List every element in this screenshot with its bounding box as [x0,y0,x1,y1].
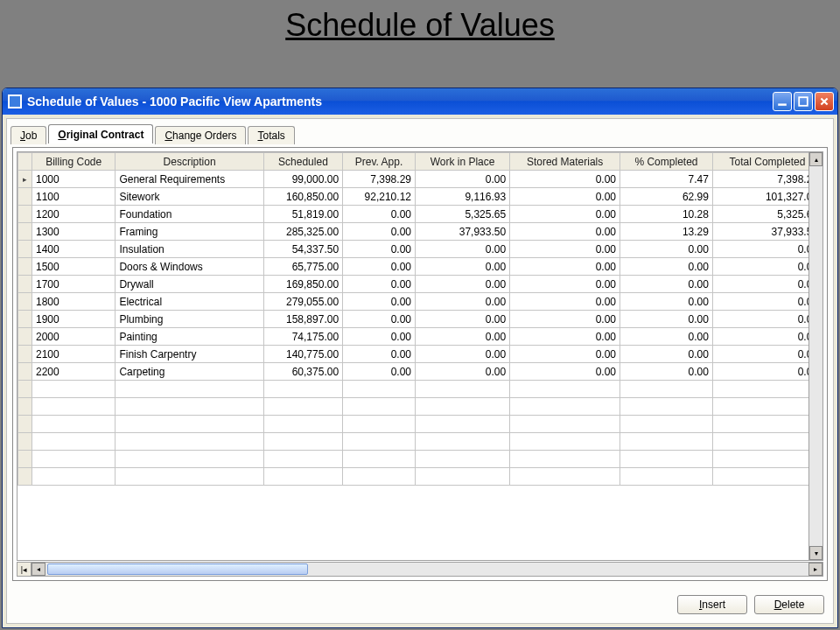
column-header[interactable]: Stored Materials [510,153,620,171]
cell-prev[interactable]: 0.00 [343,206,416,223]
cell-scheduled[interactable]: 285,325.00 [263,223,342,241]
table-row[interactable]: 1700Drywall169,850.000.000.000.000.000.0… [18,276,822,293]
cell-prev[interactable]: 92,210.12 [343,188,416,206]
tab-totals[interactable]: Totals [248,126,294,144]
cell-pct[interactable]: 0.00 [620,276,713,293]
insert-button[interactable]: Insert [677,595,747,614]
titlebar[interactable]: Schedule of Values - 1000 Pacific View A… [3,88,837,115]
cell-wip[interactable]: 0.00 [415,276,509,293]
cell-code[interactable]: 1700 [32,276,116,293]
table-row[interactable]: 1800Electrical279,055.000.000.000.000.00… [18,293,822,311]
cell-total[interactable]: 37,933.50 [712,223,822,241]
cell-code[interactable]: 2100 [32,346,116,363]
cell-stored[interactable]: 0.00 [510,206,620,223]
cell-wip[interactable]: 0.00 [415,328,509,346]
cell-desc[interactable]: Doors & Windows [116,258,263,276]
table-row-empty[interactable] [18,433,822,451]
cell-desc[interactable]: General Requirements [116,171,263,188]
cell-scheduled[interactable]: 51,819.00 [263,206,342,223]
cell-prev[interactable]: 0.00 [343,363,416,381]
cell-wip[interactable]: 0.00 [415,346,509,363]
cell-pct[interactable]: 7.47 [620,171,713,188]
cell-prev[interactable]: 0.00 [343,311,416,328]
cell-prev[interactable]: 7,398.29 [343,171,416,188]
record-first-button[interactable]: |◂ [17,562,31,577]
table-row[interactable]: 1900Plumbing158,897.000.000.000.000.000.… [18,311,822,328]
cell-pct[interactable]: 0.00 [620,311,713,328]
cell-scheduled[interactable]: 99,000.00 [263,171,342,188]
cell-total[interactable]: 0.00 [712,258,822,276]
cell-stored[interactable]: 0.00 [510,363,620,381]
vertical-scrollbar[interactable]: ▴ ▾ [808,151,823,561]
cell-desc[interactable]: Plumbing [116,311,263,328]
cell-total[interactable]: 0.00 [712,311,822,328]
cell-wip[interactable]: 0.00 [415,363,509,381]
cell-code[interactable]: 1200 [32,206,116,223]
cell-total[interactable]: 0.00 [712,363,822,381]
cell-total[interactable]: 0.00 [712,241,822,258]
cell-desc[interactable]: Finish Carpentry [116,346,263,363]
minimize-button[interactable] [773,92,792,111]
cell-code[interactable]: 1500 [32,258,116,276]
scroll-left-button[interactable]: ◂ [32,563,46,576]
cell-code[interactable]: 1800 [32,293,116,311]
cell-pct[interactable]: 0.00 [620,363,713,381]
table-row[interactable]: 2200Carpeting60,375.000.000.000.000.000.… [18,363,822,381]
cell-prev[interactable]: 0.00 [343,293,416,311]
table-row[interactable]: 1500Doors & Windows65,775.000.000.000.00… [18,258,822,276]
cell-scheduled[interactable]: 74,175.00 [263,328,342,346]
maximize-button[interactable] [794,92,813,111]
tab-job[interactable]: Job [10,126,46,144]
cell-desc[interactable]: Carpeting [116,363,263,381]
cell-stored[interactable]: 0.00 [510,241,620,258]
cell-pct[interactable]: 10.28 [620,206,713,223]
cell-scheduled[interactable]: 158,897.00 [263,311,342,328]
cell-wip[interactable]: 0.00 [415,171,509,188]
table-row[interactable]: 2000Painting74,175.000.000.000.000.000.0… [18,328,822,346]
cell-stored[interactable]: 0.00 [510,276,620,293]
cell-code[interactable]: 2200 [32,363,116,381]
cell-pct[interactable]: 0.00 [620,346,713,363]
column-header[interactable]: Billing Code [32,153,116,171]
scroll-up-button[interactable]: ▴ [809,152,822,166]
cell-stored[interactable]: 0.00 [510,171,620,188]
column-header[interactable]: Prev. App. [343,153,416,171]
cell-total[interactable]: 0.00 [712,328,822,346]
table-row[interactable]: 1200Foundation51,819.000.005,325.650.001… [18,206,822,223]
cell-prev[interactable]: 0.00 [343,258,416,276]
table-row[interactable]: 1100Sitework160,850.0092,210.129,116.930… [18,188,822,206]
cell-code[interactable]: 1400 [32,241,116,258]
close-button[interactable] [815,92,834,111]
cell-prev[interactable]: 0.00 [343,241,416,258]
tab-change-orders[interactable]: Change Orders [155,126,246,144]
column-header[interactable]: % Completed [620,153,713,171]
cell-desc[interactable]: Drywall [116,276,263,293]
cell-scheduled[interactable]: 60,375.00 [263,363,342,381]
scroll-thumb[interactable] [47,564,308,575]
cell-total[interactable]: 0.00 [712,276,822,293]
cell-pct[interactable]: 0.00 [620,328,713,346]
cell-prev[interactable]: 0.00 [343,346,416,363]
cell-scheduled[interactable]: 279,055.00 [263,293,342,311]
cell-stored[interactable]: 0.00 [510,311,620,328]
cell-desc[interactable]: Framing [116,223,263,241]
table-row-empty[interactable] [18,398,822,416]
cell-code[interactable]: 1100 [32,188,116,206]
cell-stored[interactable]: 0.00 [510,346,620,363]
tab-original-contract[interactable]: Original Contract [48,124,153,144]
scroll-right-button[interactable]: ▸ [808,563,822,576]
table-row[interactable]: 1400Insulation54,337.500.000.000.000.000… [18,241,822,258]
cell-code[interactable]: 1000 [32,171,116,188]
table-row[interactable]: ▸1000General Requirements99,000.007,398.… [18,171,822,188]
table-row-empty[interactable] [18,381,822,398]
table-row[interactable]: 1300Framing285,325.000.0037,933.500.0013… [18,223,822,241]
cell-desc[interactable]: Electrical [116,293,263,311]
cell-code[interactable]: 1300 [32,223,116,241]
horizontal-scrollbar[interactable]: ◂ ▸ [31,562,823,577]
cell-pct[interactable]: 0.00 [620,258,713,276]
cell-stored[interactable]: 0.00 [510,188,620,206]
cell-wip[interactable]: 0.00 [415,258,509,276]
cell-scheduled[interactable]: 160,850.00 [263,188,342,206]
cell-code[interactable]: 2000 [32,328,116,346]
cell-stored[interactable]: 0.00 [510,223,620,241]
